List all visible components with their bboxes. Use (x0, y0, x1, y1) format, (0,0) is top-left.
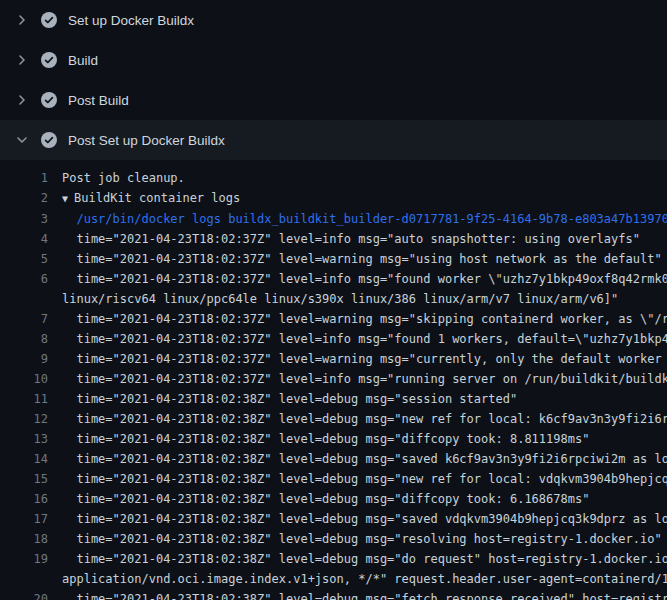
log-line: 11 time="2021-04-23T18:02:38Z" level=deb… (0, 389, 667, 409)
step-header[interactable]: Post Set up Docker Buildx (0, 120, 667, 160)
log-output: 1 Post job cleanup. 2 ▼ BuildKit contain… (0, 160, 667, 600)
log-line-number[interactable]: 15 (0, 469, 48, 489)
log-group-caret-icon[interactable]: ▼ (62, 189, 68, 209)
log-line-text: time="2021-04-23T18:02:38Z" level=debug … (62, 389, 517, 409)
log-line: 20 time="2021-04-23T18:02:38Z" level=deb… (0, 589, 667, 600)
log-line-number[interactable]: 3 (0, 209, 48, 229)
log-line-text: time="2021-04-23T18:02:37Z" level=warnin… (62, 309, 667, 329)
log-line-number[interactable]: 5 (0, 249, 48, 269)
step-header[interactable]: Build (0, 40, 667, 80)
log-line: 13 time="2021-04-23T18:02:38Z" level=deb… (0, 429, 667, 449)
log-line-number[interactable]: 1 (0, 168, 48, 188)
log-line: 8 time="2021-04-23T18:02:37Z" level=info… (0, 329, 667, 349)
step-label: Post Set up Docker Buildx (68, 133, 225, 148)
check-circle-icon (41, 92, 57, 108)
step-header[interactable]: Post Build (0, 80, 667, 120)
log-line-text: time="2021-04-23T18:02:37Z" level=info m… (62, 329, 667, 349)
log-line-text: time="2021-04-23T18:02:38Z" level=debug … (62, 409, 667, 429)
log-line-text: Post job cleanup. (62, 168, 185, 188)
check-circle-icon (41, 132, 57, 148)
log-line-number[interactable]: 20 (0, 589, 48, 600)
actions-log-viewer: Set up Docker Buildx Build Post Buil (0, 0, 667, 600)
log-line-number[interactable]: 17 (0, 509, 48, 529)
log-line-number[interactable]: 18 (0, 529, 48, 549)
log-line: 17 time="2021-04-23T18:02:38Z" level=deb… (0, 509, 667, 529)
chevron-right-icon[interactable] (14, 52, 30, 68)
log-line-text: time="2021-04-23T18:02:38Z" level=debug … (62, 469, 667, 489)
log-line-number[interactable]: 4 (0, 229, 48, 249)
log-line-text: linux/riscv64 linux/ppc64le linux/s390x … (62, 289, 618, 309)
log-line: 9 time="2021-04-23T18:02:37Z" level=warn… (0, 349, 667, 369)
log-line-number[interactable]: 6 (0, 269, 48, 289)
log-line: linux/riscv64 linux/ppc64le linux/s390x … (0, 289, 667, 309)
log-line: 5 time="2021-04-23T18:02:37Z" level=warn… (0, 249, 667, 269)
log-line: 2 ▼ BuildKit container logs (0, 188, 667, 209)
log-line: application/vnd.oci.image.index.v1+json,… (0, 569, 667, 589)
log-line: 1 Post job cleanup. (0, 168, 667, 188)
log-line-text: time="2021-04-23T18:02:37Z" level=warnin… (62, 249, 662, 269)
log-line-text: time="2021-04-23T18:02:37Z" level=info m… (62, 269, 667, 289)
log-line-number[interactable]: 2 (0, 188, 48, 208)
log-line-text: time="2021-04-23T18:02:37Z" level=info m… (62, 369, 667, 389)
step-label: Post Build (68, 93, 129, 108)
log-line: 18 time="2021-04-23T18:02:38Z" level=deb… (0, 529, 667, 549)
log-line: 10 time="2021-04-23T18:02:37Z" level=inf… (0, 369, 667, 389)
log-line-text: time="2021-04-23T18:02:37Z" level=warnin… (62, 349, 667, 369)
log-line-number[interactable]: 16 (0, 489, 48, 509)
log-line: 16 time="2021-04-23T18:02:38Z" level=deb… (0, 489, 667, 509)
log-line: 7 time="2021-04-23T18:02:37Z" level=warn… (0, 309, 667, 329)
chevron-right-icon[interactable] (14, 92, 30, 108)
step-list: Set up Docker Buildx Build Post Buil (0, 0, 667, 160)
log-line-number[interactable]: 14 (0, 449, 48, 469)
log-line-text: time="2021-04-23T18:02:38Z" level=debug … (62, 429, 589, 449)
log-line-text: time="2021-04-23T18:02:38Z" level=debug … (62, 529, 662, 549)
step-label: Set up Docker Buildx (68, 13, 194, 28)
log-line-text: time="2021-04-23T18:02:38Z" level=debug … (62, 509, 667, 529)
log-line-text: application/vnd.oci.image.index.v1+json,… (62, 569, 667, 589)
step-header[interactable]: Set up Docker Buildx (0, 0, 667, 40)
check-circle-icon (41, 52, 57, 68)
step-label: Build (68, 53, 98, 68)
chevron-right-icon[interactable] (14, 132, 30, 148)
log-line-text: time="2021-04-23T18:02:37Z" level=info m… (62, 229, 640, 249)
log-line-number[interactable]: 19 (0, 549, 48, 569)
log-line-number[interactable]: 9 (0, 349, 48, 369)
log-line-text: time="2021-04-23T18:02:38Z" level=debug … (62, 489, 589, 509)
log-line: 14 time="2021-04-23T18:02:38Z" level=deb… (0, 449, 667, 469)
log-line-number[interactable]: 13 (0, 429, 48, 449)
log-line-text: time="2021-04-23T18:02:38Z" level=debug … (62, 589, 667, 600)
log-line-text: BuildKit container logs (74, 188, 240, 208)
log-line-number[interactable]: 12 (0, 409, 48, 429)
check-circle-icon (41, 12, 57, 28)
log-line: 6 time="2021-04-23T18:02:37Z" level=info… (0, 269, 667, 289)
log-line-number[interactable]: 7 (0, 309, 48, 329)
log-line: 3 /usr/bin/docker logs buildx_buildkit_b… (0, 209, 667, 229)
log-line: 19 time="2021-04-23T18:02:38Z" level=deb… (0, 549, 667, 569)
log-line-number[interactable]: 10 (0, 369, 48, 389)
log-line: 15 time="2021-04-23T18:02:38Z" level=deb… (0, 469, 667, 489)
log-line-number[interactable]: 11 (0, 389, 48, 409)
log-line-number[interactable]: 8 (0, 329, 48, 349)
log-line: 4 time="2021-04-23T18:02:37Z" level=info… (0, 229, 667, 249)
log-line-text: time="2021-04-23T18:02:38Z" level=debug … (62, 449, 667, 469)
log-line-text: /usr/bin/docker logs buildx_buildkit_bui… (62, 209, 667, 229)
chevron-right-icon[interactable] (14, 12, 30, 28)
log-line-text: time="2021-04-23T18:02:38Z" level=debug … (62, 549, 667, 569)
log-line: 12 time="2021-04-23T18:02:38Z" level=deb… (0, 409, 667, 429)
